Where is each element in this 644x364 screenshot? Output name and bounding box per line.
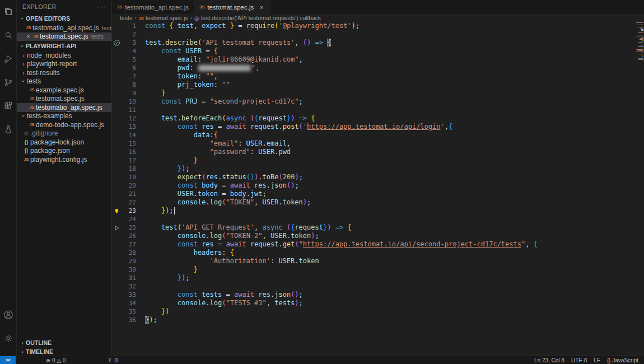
code-line-29[interactable]: 29'Authorization': USER.token [112, 257, 644, 265]
code-line-1[interactable]: 1const { test, expect } = require('@play… [112, 22, 644, 30]
code-line-13[interactable]: 13const res = await request.post('https:… [112, 123, 644, 131]
more-actions-icon[interactable]: ··· [97, 3, 106, 11]
minimap[interactable] [636, 22, 643, 63]
line-number: 10 [122, 97, 136, 106]
code-line-26[interactable]: 26console.log("TOKEN-2", USER.token); [112, 232, 644, 240]
code-line-31[interactable]: 31}); [112, 274, 644, 282]
tree-file-testomat.spec.js[interactable]: JStestomat.spec.js [17, 95, 111, 104]
gutter-decoration [112, 257, 122, 265]
tree-file-demo-todo-app.spec.js[interactable]: JSdemo-todo-app.spec.js [17, 120, 111, 129]
code-line-27[interactable]: 27const res = await request.get("https:/… [112, 240, 644, 249]
tree-folder-tests[interactable]: ›tests [17, 77, 111, 86]
encoding-indicator[interactable]: UTF-8 [568, 357, 590, 363]
activity-extensions-icon[interactable] [0, 94, 17, 118]
activity-settings-icon[interactable] [0, 326, 17, 350]
tree-folder-node_modules[interactable]: ›node_modules [17, 51, 111, 60]
tree-file-playwright.config.js[interactable]: JSplaywright.config.js [17, 155, 111, 164]
tree-folder-tests-examples[interactable]: ›tests-examples [17, 112, 111, 121]
minimap-line [640, 28, 643, 29]
code-token: email [178, 55, 198, 63]
code-line-12[interactable]: 12test.beforeEach(async ({request}) => { [112, 114, 644, 123]
open-editor-item[interactable]: ×JStestomat.spec.jstests [17, 32, 111, 41]
cursor-position[interactable]: Ln 23, Col 8 [531, 357, 568, 363]
tab-testomatio_api.spec.js[interactable]: JStestomatio_api.spec.js [112, 0, 194, 14]
activity-run-debug-icon[interactable] [0, 47, 17, 71]
code-line-10[interactable]: 10const PRJ = "second-project-cd17c"; [112, 97, 644, 106]
open-editor-desc: tests [91, 33, 104, 40]
close-tab-icon[interactable]: × [258, 4, 265, 11]
open-editor-name: testomat.spec.js [40, 32, 88, 40]
tree-folder-playwright-report[interactable]: ›playwright-report [17, 60, 111, 69]
code-token: const [178, 123, 202, 130]
code-line-14[interactable]: 14data:{ [112, 131, 644, 139]
tab-testomat.spec.js[interactable]: JStestomat.spec.js× [194, 0, 270, 14]
code-line-7[interactable]: 7token: "", [112, 72, 644, 81]
code-line-20[interactable]: 20const body = await res.json(); [112, 181, 644, 190]
run-test-icon[interactable] [112, 223, 122, 232]
code-line-21[interactable]: 21USER.token = body.jwt; [112, 190, 644, 198]
open-editors-header[interactable]: › OPEN EDITORS [17, 13, 111, 24]
eol-indicator[interactable]: LF [590, 357, 604, 363]
code-line-8[interactable]: 8prj_token: "" [112, 81, 644, 89]
project-header[interactable]: › PLAYWRIGHT-API [17, 41, 111, 51]
activity-account-icon[interactable] [0, 303, 17, 326]
code-line-18[interactable]: 18}); [112, 165, 644, 173]
ports-indicator[interactable]: 0 [104, 356, 121, 364]
code-line-4[interactable]: 4const USER = { [112, 47, 644, 55]
test-passed-icon[interactable] [112, 39, 122, 47]
code-line-35[interactable]: 35}) [112, 307, 644, 316]
code-line-16[interactable]: 16"password": USER.pwd [112, 148, 644, 156]
language-indicator[interactable]: {} JavaScript [604, 357, 642, 363]
lightbulb-icon[interactable] [112, 207, 122, 215]
code-line-19[interactable]: 19expect(res.status()).toBe(200); [112, 173, 644, 181]
code-line-5[interactable]: 5email: "jolir86609@ikanid.com", [112, 55, 644, 64]
tree-file-package.json[interactable]: {}package.json [17, 147, 111, 156]
tree-file-testomatio_api.spec.js[interactable]: JStestomatio_api.spec.js [17, 103, 111, 112]
activity-testing-icon[interactable] [0, 118, 17, 141]
code-token: . [258, 173, 262, 181]
open-editors-list: JStestomatio_api.spec.jstests×JStestomat… [17, 24, 111, 41]
code-line-36[interactable]: 36}); [112, 316, 644, 324]
open-editor-item[interactable]: JStestomatio_api.spec.jstests [17, 24, 111, 32]
code-line-17[interactable]: 17} [112, 156, 644, 165]
line-content: }); [145, 207, 175, 215]
code-line-9[interactable]: 9} [112, 89, 644, 97]
code-line-6[interactable]: 6pwd: ", [112, 64, 644, 72]
problems-indicator[interactable]: ⊗ 0 △ 0 [43, 356, 69, 364]
breadcrumb-item[interactable]: ◎test.describe('API testomat requests') … [194, 15, 321, 21]
code-token: tests [274, 299, 295, 307]
close-editor-icon[interactable]: × [25, 34, 32, 40]
code-token: get [283, 240, 295, 248]
code-token: " [299, 240, 303, 248]
code-line-15[interactable]: 15"email": USER.email, [112, 139, 644, 148]
code-token: res [202, 123, 214, 130]
code-line-28[interactable]: 28headers: { [112, 249, 644, 257]
tree-file-.gitignore[interactable]: ◇.gitignore [17, 129, 111, 138]
chevron-down-icon: › [20, 113, 27, 119]
code-line-24[interactable]: 24 [112, 215, 644, 223]
tree-folder-test-results[interactable]: ›test-results [17, 68, 111, 77]
tree-file-package-lock.json[interactable]: {}package-lock.json [17, 138, 111, 147]
activity-source-control-icon[interactable] [0, 71, 17, 94]
activity-search-icon[interactable] [0, 24, 17, 47]
code-line-32[interactable]: 32 [112, 282, 644, 291]
code-line-23[interactable]: 23}); [112, 207, 644, 215]
tree-file-example.spec.js[interactable]: JSexample.spec.js [17, 86, 111, 95]
remote-indicator[interactable]: >< [0, 356, 16, 364]
activity-explorer-icon[interactable] [0, 0, 17, 24]
breadcrumb-item[interactable]: JStestomat.spec.js [139, 15, 188, 21]
timeline-panel-header[interactable]: › TIMELINE [17, 347, 111, 356]
breadcrumb-item[interactable]: tests [120, 15, 132, 21]
outline-panel-header[interactable]: › OUTLINE [17, 338, 111, 347]
code-token: { [311, 114, 315, 122]
code-line-34[interactable]: 34console.log("TESTS #3", tests); [112, 299, 644, 307]
code-editor[interactable]: 1const { test, expect } = require('@play… [112, 21, 644, 356]
code-line-11[interactable]: 11 [112, 106, 644, 114]
code-line-3[interactable]: 3test.describe('API testomat requests', … [112, 39, 644, 47]
code-token: ( [274, 22, 278, 30]
code-line-30[interactable]: 30} [112, 265, 644, 274]
code-line-25[interactable]: 25test('API GET Rrequest', async ({reque… [112, 223, 644, 232]
code-line-2[interactable]: 2 [112, 30, 644, 39]
code-line-22[interactable]: 22console.log("TOKEN", USER.token); [112, 198, 644, 207]
code-line-33[interactable]: 33const tests = await res.json(); [112, 291, 644, 299]
